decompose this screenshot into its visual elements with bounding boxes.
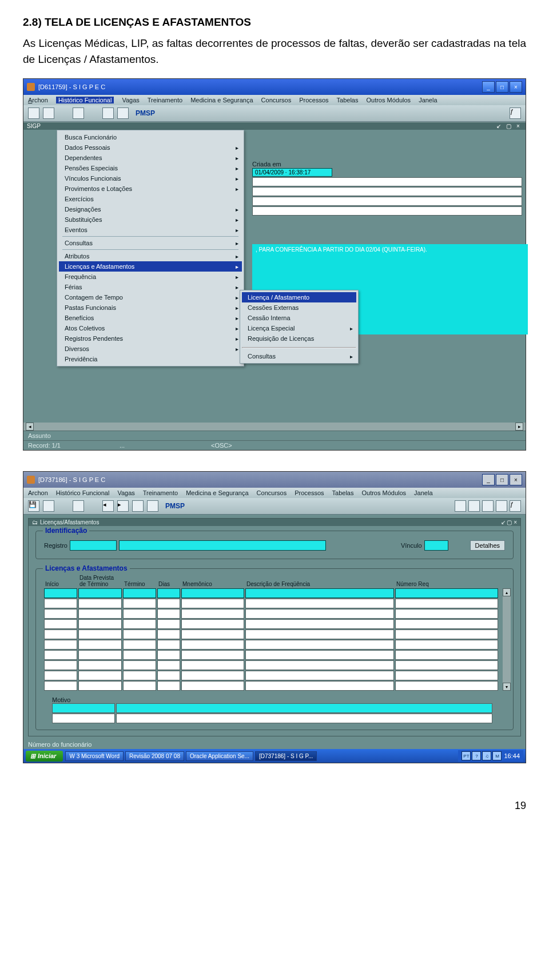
table-cell[interactable] xyxy=(78,619,122,629)
menu-vagas[interactable]: Vagas xyxy=(122,97,139,103)
registro-nome-input[interactable] xyxy=(119,540,326,551)
scroll-up-icon[interactable]: ▴ xyxy=(503,588,511,596)
table-cell[interactable] xyxy=(395,619,498,629)
table-cell[interactable] xyxy=(157,609,180,619)
menu-item[interactable]: Designações xyxy=(59,204,242,214)
menu-item[interactable]: Provimentos e Lotações xyxy=(59,184,242,194)
tool-icon[interactable] xyxy=(482,500,494,512)
menu-archon[interactable]: Archon xyxy=(28,97,48,103)
table-cell[interactable] xyxy=(181,650,244,660)
table-cell[interactable] xyxy=(157,660,180,670)
menu-tabelas[interactable]: Tabelas xyxy=(332,489,354,496)
table-cell[interactable] xyxy=(44,609,77,619)
table-cell[interactable] xyxy=(123,619,156,629)
table-cell[interactable] xyxy=(123,630,156,639)
table-cell[interactable] xyxy=(78,609,122,619)
mdi-close-icon[interactable]: × xyxy=(514,123,522,129)
minimize-button[interactable]: _ xyxy=(482,81,495,93)
table-cell[interactable] xyxy=(44,650,77,660)
table-cell[interactable] xyxy=(157,588,180,598)
scroll-right-icon[interactable]: ▸ xyxy=(515,423,523,431)
table-cell[interactable] xyxy=(245,609,394,619)
table-cell[interactable] xyxy=(44,660,77,670)
table-cell[interactable] xyxy=(157,671,180,680)
menu-item[interactable]: Busca Funcionário xyxy=(59,132,242,142)
close-button[interactable]: × xyxy=(510,474,522,485)
start-button[interactable]: ⊞ Iniciar xyxy=(26,751,63,762)
vinculo-input[interactable] xyxy=(424,540,448,551)
table-cell[interactable] xyxy=(181,588,244,598)
table-cell[interactable] xyxy=(181,640,244,650)
table-cell[interactable] xyxy=(245,660,394,670)
menu-treinamento[interactable]: Treinamento xyxy=(148,97,182,103)
table-cell[interactable] xyxy=(157,619,180,629)
form-icon[interactable] xyxy=(102,107,114,119)
menu-processos[interactable]: Processos xyxy=(295,489,324,496)
mdi-restore-icon[interactable]: ↙ xyxy=(495,123,503,129)
menu-historico[interactable]: Histórico Funcional xyxy=(56,489,110,496)
menu-archon[interactable]: Archon xyxy=(28,489,48,496)
table-cell[interactable] xyxy=(157,681,180,691)
table-cell[interactable] xyxy=(181,681,244,691)
detalhes-button[interactable]: Detalhes xyxy=(470,540,505,551)
table-cell[interactable] xyxy=(395,609,498,619)
scroll-down-icon[interactable]: ▾ xyxy=(503,683,511,691)
next-icon[interactable]: ▸ xyxy=(117,500,129,512)
table-cell[interactable] xyxy=(245,681,394,691)
tray-icon[interactable]: M xyxy=(492,751,502,760)
menu-item[interactable]: Eventos xyxy=(59,225,242,235)
menu-item[interactable]: Atributos xyxy=(59,251,242,261)
tray-icon[interactable]: PT xyxy=(462,751,471,760)
prev-icon[interactable]: ◂ xyxy=(102,500,114,512)
fx-icon[interactable]: ƒ xyxy=(510,107,521,119)
table-cell[interactable] xyxy=(44,630,77,639)
maximize-button[interactable]: □ xyxy=(496,474,508,485)
table-cell[interactable] xyxy=(78,588,122,598)
save-icon[interactable]: 💾 xyxy=(28,500,39,512)
table-cell[interactable] xyxy=(78,640,122,650)
motivo-desc-cell[interactable] xyxy=(116,714,492,723)
minimize-button[interactable]: _ xyxy=(482,474,495,485)
table-cell[interactable] xyxy=(44,671,77,680)
table-cell[interactable] xyxy=(44,599,77,608)
table-cell[interactable] xyxy=(78,650,122,660)
table-cell[interactable] xyxy=(245,650,394,660)
menu-outros[interactable]: Outros Módulos xyxy=(366,97,411,103)
form-icon[interactable] xyxy=(132,500,144,512)
table-row[interactable] xyxy=(44,650,510,660)
maximize-button[interactable]: □ xyxy=(496,81,508,93)
motivo-code-cell[interactable] xyxy=(52,703,115,713)
taskbar-item[interactable]: Revisão 2008 07 08 xyxy=(125,751,184,761)
save-icon[interactable] xyxy=(28,107,39,119)
submenu-item[interactable]: Consultas xyxy=(242,351,356,361)
table-cell[interactable] xyxy=(123,609,156,619)
tool-icon[interactable] xyxy=(496,500,507,512)
table-row[interactable] xyxy=(44,630,510,639)
menu-item[interactable]: Atos Coletivos xyxy=(59,323,242,333)
blank-field[interactable] xyxy=(252,206,522,216)
table-cell[interactable] xyxy=(245,619,394,629)
close-button[interactable]: × xyxy=(510,81,522,93)
table-cell[interactable] xyxy=(123,640,156,650)
table-cell[interactable] xyxy=(123,588,156,598)
blank-field[interactable] xyxy=(252,197,522,206)
table-cell[interactable] xyxy=(78,660,122,670)
submenu-item[interactable]: Requisição de Licenças xyxy=(242,333,356,344)
table-cell[interactable] xyxy=(157,599,180,608)
menu-item[interactable]: Exercícios xyxy=(59,194,242,204)
table-cell[interactable] xyxy=(395,640,498,650)
menu-treinamento[interactable]: Treinamento xyxy=(143,489,178,496)
taskbar-item[interactable]: [D737186] - S I G P... xyxy=(255,751,317,761)
table-cell[interactable] xyxy=(44,640,77,650)
table-cell[interactable] xyxy=(245,599,394,608)
menu-item[interactable]: Frequência xyxy=(59,272,242,282)
table-cell[interactable] xyxy=(181,660,244,670)
menu-item[interactable]: Contagem de Tempo xyxy=(59,292,242,302)
table-cell[interactable] xyxy=(245,640,394,650)
menu-janela[interactable]: Janela xyxy=(419,97,437,103)
report-icon[interactable] xyxy=(117,107,129,119)
table-cell[interactable] xyxy=(395,671,498,680)
table-row[interactable] xyxy=(44,640,510,650)
motivo-desc-cell[interactable] xyxy=(116,703,492,713)
table-cell[interactable] xyxy=(181,630,244,639)
